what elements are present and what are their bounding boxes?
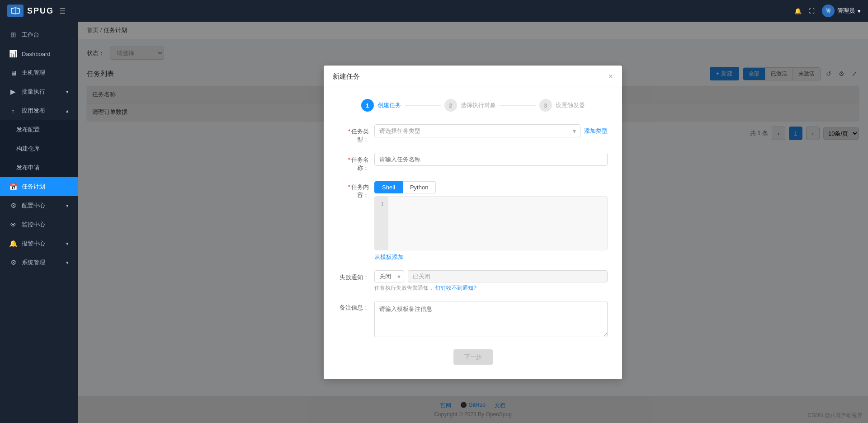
task-name-input[interactable]	[374, 153, 608, 166]
host-icon: 🖥	[9, 69, 17, 77]
sidebar-item-deploy-apply[interactable]: 发布申请	[0, 158, 78, 177]
step-2: 2 选择执行对象	[444, 99, 496, 112]
monitor-icon: 👁	[9, 221, 17, 229]
sidebar-item-app-deploy[interactable]: ↑ 应用发布 ▴	[0, 101, 78, 120]
notif-row: 关闭	[374, 270, 608, 282]
sidebar-item-build-repo[interactable]: 构建仓库	[0, 139, 78, 158]
code-textarea[interactable]	[388, 197, 607, 250]
modal-body: 1 创建任务 2 选择执行对象 3 设置触发器	[324, 88, 622, 379]
modal-title: 新建任务	[333, 72, 360, 81]
tab-python[interactable]: Python	[403, 181, 436, 193]
notif-disabled-input	[408, 270, 608, 282]
sidebar-item-host-mgmt[interactable]: 🖥 主机管理	[0, 63, 78, 82]
sidebar-label: 主机管理	[22, 69, 45, 77]
notif-select-wrapper: 关闭	[374, 270, 404, 282]
sidebar-label: 任务计划	[22, 183, 45, 191]
sidebar-item-config-center[interactable]: ⚙ 配置中心 ▾	[0, 196, 78, 215]
layout: ⊞ 工作台 📊 Dashboard 🖥 主机管理 ▶ 批量执行 ▾ ↑ 应用发布…	[0, 22, 868, 423]
menu-toggle-icon[interactable]: ☰	[59, 7, 66, 15]
task-type-select[interactable]: 请选择任务类型	[374, 124, 580, 137]
sidebar-item-alert-center[interactable]: 🔔 报警中心 ▾	[0, 234, 78, 253]
workbench-icon: ⊞	[9, 31, 17, 39]
notification-icon[interactable]: 🔔	[794, 8, 802, 14]
task-content-control: Shell Python 1 从模板添加	[374, 181, 608, 261]
sidebar-item-batch-exec[interactable]: ▶ 批量执行 ▾	[0, 82, 78, 101]
sidebar-label: 发布申请	[16, 164, 40, 172]
step-1: 1 创建任务	[361, 99, 401, 112]
sidebar: ⊞ 工作台 📊 Dashboard 🖥 主机管理 ▶ 批量执行 ▾ ↑ 应用发布…	[0, 22, 78, 423]
logo-icon	[7, 5, 24, 17]
sidebar-label: 构建仓库	[16, 145, 40, 153]
line-1: 1	[379, 200, 384, 209]
code-editor: 1	[374, 196, 608, 250]
step-3: 3 设置触发器	[539, 99, 585, 112]
chevron-icon: ▾	[66, 203, 69, 209]
form-item-type: *任务类型： 请选择任务类型 添加类型	[338, 124, 608, 144]
sidebar-label: 配置中心	[22, 202, 45, 210]
header-left: SPUG ☰	[7, 5, 66, 17]
sidebar-sub-app: 发布配置 构建仓库 发布申请	[0, 120, 78, 177]
sidebar-label: Dashboard	[22, 51, 51, 57]
tab-shell[interactable]: Shell	[374, 181, 403, 193]
task-type-select-wrapper: 请选择任务类型	[374, 124, 580, 137]
remark-textarea[interactable]	[374, 301, 608, 337]
remark-control	[374, 301, 608, 338]
fullscreen-icon[interactable]: ⛶	[809, 8, 815, 14]
app-deploy-icon: ↑	[9, 107, 17, 115]
step-3-label: 设置触发器	[556, 101, 585, 109]
step-2-circle: 2	[444, 99, 457, 112]
step-line-2	[500, 105, 536, 106]
fail-notify-label: 失败通知：	[338, 270, 374, 282]
form-item-remark: 备注信息：	[338, 301, 608, 338]
chevron-down-icon: ▾	[858, 8, 861, 14]
admin-info[interactable]: 管 管理员 ▾	[822, 5, 861, 17]
stepper: 1 创建任务 2 选择执行对象 3 设置触发器	[338, 99, 608, 112]
sidebar-item-deploy-config[interactable]: 发布配置	[0, 120, 78, 139]
dashboard-icon: 📊	[9, 50, 17, 58]
sidebar-label: 报警中心	[22, 240, 45, 248]
config-icon: ⚙	[9, 202, 17, 210]
system-icon: ⚙	[9, 258, 17, 267]
add-template-link[interactable]: 从模板添加	[374, 253, 404, 261]
avatar: 管	[822, 5, 835, 17]
step-2-label: 选择执行对象	[461, 101, 496, 109]
modal-dialog: 新建任务 × 1 创建任务 2 选择执行对象	[324, 66, 622, 379]
sidebar-item-task-plan[interactable]: 📅 任务计划	[0, 177, 78, 196]
chevron-icon: ▾	[66, 89, 69, 95]
sidebar-item-system-mgmt[interactable]: ⚙ 系统管理 ▾	[0, 253, 78, 272]
task-name-control	[374, 153, 608, 166]
chevron-icon: ▾	[66, 241, 69, 247]
top-header: SPUG ☰ 🔔 ⛶ 管 管理员 ▾	[0, 0, 868, 22]
next-button[interactable]: 下一步	[453, 349, 493, 365]
task-type-row: 请选择任务类型 添加类型	[374, 124, 608, 137]
main-content: 首页 / 任务计划 状态： 请选择 任务列表 + 新建 全部 已激活	[78, 22, 868, 423]
sidebar-item-workbench[interactable]: ⊞ 工作台	[0, 25, 78, 44]
task-type-control: 请选择任务类型 添加类型	[374, 124, 608, 137]
task-type-label: *任务类型：	[338, 124, 374, 144]
fail-notify-select[interactable]: 关闭	[374, 270, 404, 282]
form-item-notification: 失败通知： 关闭	[338, 270, 608, 292]
task-content-label: *任务内容：	[338, 181, 374, 199]
modal-close-button[interactable]: ×	[608, 72, 613, 81]
add-type-link[interactable]: 添加类型	[584, 127, 608, 135]
admin-label: 管理员	[837, 7, 855, 15]
task-name-label: *任务名称：	[338, 153, 374, 172]
step-line-1	[405, 105, 441, 106]
chevron-up-icon: ▴	[66, 108, 69, 114]
remark-label: 备注信息：	[338, 301, 374, 312]
task-icon: 📅	[9, 183, 17, 191]
notif-hint: 任务执行失败告警通知， 钉钉收不到通知?	[374, 284, 608, 292]
sidebar-label: 监控中心	[22, 221, 45, 229]
line-numbers: 1	[375, 197, 388, 250]
chevron-icon: ▾	[66, 260, 69, 266]
modal-header: 新建任务 ×	[324, 66, 622, 88]
step-1-circle: 1	[361, 99, 374, 112]
modal-overlay: 新建任务 × 1 创建任务 2 选择执行对象	[78, 22, 868, 423]
modal-footer: 下一步	[338, 349, 608, 368]
sidebar-label: 批量执行	[22, 88, 45, 96]
sidebar-item-dashboard[interactable]: 📊 Dashboard	[0, 44, 78, 63]
notif-hint-link[interactable]: 钉钉收不到通知?	[435, 285, 476, 291]
step-3-circle: 3	[539, 99, 552, 112]
header-right: 🔔 ⛶ 管 管理员 ▾	[794, 5, 861, 17]
sidebar-item-monitor-center[interactable]: 👁 监控中心	[0, 215, 78, 234]
